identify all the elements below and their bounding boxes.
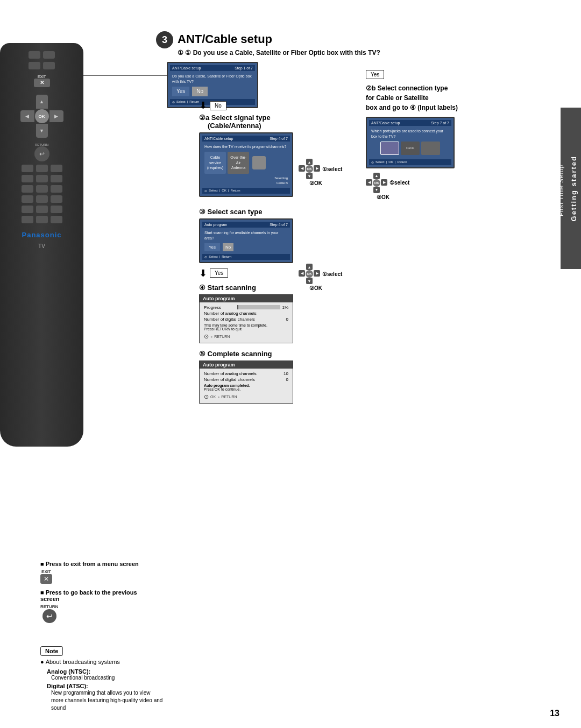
yes-branch: ⬇ Yes	[199, 267, 293, 279]
dpad-ok[interactable]: OK	[35, 109, 49, 123]
btn-h[interactable]	[36, 185, 48, 193]
remote-btn-1[interactable]	[29, 51, 40, 59]
return-button[interactable]: ↩	[34, 146, 49, 161]
input-option-comp	[421, 142, 440, 155]
screen2a-title: ANT/Cable setup	[204, 137, 233, 140]
no-label-box: No	[210, 101, 226, 110]
screen2b-header: ANT/Cable setup Step 7 of 7	[369, 120, 451, 126]
exit-button[interactable]: ✕	[34, 79, 50, 87]
dpad-mini-up-2b: ▲	[373, 173, 380, 179]
note-bullet: ●	[40, 659, 44, 665]
screen2b-footer-sep2: |	[395, 160, 396, 164]
digital-channels-value: 0	[286, 317, 288, 322]
select-row-2b: ▲ ◀ OK ▶ ▼ ①select	[366, 173, 409, 193]
digital-row: Number of digital channels 0	[204, 317, 288, 322]
screen2b-footer-text: Select	[375, 160, 385, 164]
screen3-yes: Yes	[204, 243, 220, 251]
dpad-mini-up-3: ▲	[306, 264, 313, 270]
screen1-yes: Yes	[172, 87, 189, 96]
btn-r[interactable]	[51, 216, 62, 223]
remote-top-row2	[29, 62, 55, 69]
btn-g[interactable]	[22, 185, 33, 193]
btn-e[interactable]	[36, 175, 48, 182]
exit-icon-group: EXIT ✕	[40, 569, 156, 584]
screen3-footer-icon: ⊙	[204, 255, 207, 259]
complete-icons: ⊙ OK ● RETURN	[204, 393, 288, 400]
step-number: 3	[156, 31, 173, 48]
return-arrow-icon: ↩	[42, 609, 56, 623]
exit-indicator: EXIT ✕	[40, 569, 52, 584]
dpad: ▲ ▼ ◀ ▶ OK	[20, 95, 63, 138]
scan-note: This may take some time to complete.	[204, 323, 288, 327]
down-arrow-yes: ⬇	[199, 267, 207, 279]
cable-label: Cable	[406, 146, 415, 150]
btn-m[interactable]	[22, 206, 33, 213]
model-label: TV	[38, 243, 45, 249]
step4-area: ④ Start scanning Auto program Progress 1…	[199, 284, 293, 404]
step4-screen: Auto program Progress 1% Number of analo…	[199, 294, 293, 343]
press-exit-heading: ■ Press to exit from a menu screen	[40, 561, 156, 567]
screen2b-footer-sep: |	[386, 160, 387, 164]
screen2a-note: SelectingCable B	[204, 176, 288, 185]
ok-label-2b: ②OK	[377, 194, 389, 200]
question-content: ① Do you use a Cable, Satellite or Fiber…	[185, 49, 380, 56]
select-label-3: ①select	[322, 271, 342, 277]
exit-icon: ✕	[40, 80, 44, 86]
screen2a-mockup: ANT/Cable setup Step 4 of 7 How does the…	[199, 132, 293, 197]
btn-o[interactable]	[51, 206, 62, 213]
dpad-up[interactable]: ▲	[36, 95, 48, 109]
btn-p[interactable]	[22, 216, 33, 223]
digital-atsc-label: Digital (ATSC):	[47, 683, 164, 689]
screen3-header: Auto program Step 4 of 7	[202, 222, 290, 228]
screen2a-desc: How does the TV receive its programs/cha…	[204, 144, 288, 150]
screen2b-footer-ret: Return	[397, 160, 407, 164]
select-ok-group-3: ▲ ◀ OK ▶ ▼ ①select ②OK	[299, 264, 342, 291]
btn-j[interactable]	[22, 195, 33, 203]
dpad-down[interactable]: ▼	[36, 124, 48, 138]
step3-area: ③ Select scan type Auto program Step 4 o…	[199, 208, 293, 404]
dpad-right[interactable]: ▶	[49, 110, 63, 122]
btn-l[interactable]	[51, 195, 62, 203]
screen1-options: Yes No	[172, 87, 253, 96]
screen2a-footer-text: Select	[209, 189, 218, 192]
btn-c[interactable]	[51, 165, 62, 172]
press-instructions: ■ Press to exit from a menu screen EXIT …	[40, 561, 156, 623]
remote-btn-3[interactable]	[29, 62, 40, 69]
complete-analog-label: Number of analog channels	[204, 371, 257, 376]
btn-b[interactable]	[36, 165, 48, 172]
screen1-footer-sep: |	[187, 100, 188, 103]
step2b-sublabel: for Cable or Satellite	[366, 94, 429, 102]
screen2b-footer: ⊙ Select | OK | Return	[369, 159, 451, 165]
btn-k[interactable]	[36, 195, 48, 203]
screen2a-footer-icon: ⊙	[204, 189, 207, 193]
return-note-icon: ⊙ ● RETURN	[204, 333, 288, 340]
progress-bar-outer	[237, 305, 280, 309]
press-return-note: Press RETURN to quit	[204, 327, 288, 331]
remote-btn-4[interactable]	[43, 62, 55, 69]
dpad-mini-group-2a: ▲ ◀ OK ▶ ▼	[299, 159, 320, 179]
btn-i[interactable]	[51, 185, 62, 193]
dpad-left[interactable]: ◀	[20, 110, 34, 122]
btn-f[interactable]	[51, 175, 62, 182]
digital-atsc-desc: New programming that allows you to view …	[51, 689, 164, 712]
remote-btn-2[interactable]	[43, 51, 55, 59]
btn-n[interactable]	[36, 206, 48, 213]
remote-middle-rows	[5, 165, 78, 223]
screen2a-footer-ret: Return	[230, 189, 240, 192]
step5-label: ⑤ Complete scanning	[199, 350, 293, 358]
screen3-no: No	[223, 243, 233, 251]
row4	[22, 195, 62, 203]
remote-control: EXIT ✕ ▲ ▼ ◀ ▶ OK RETURN ↩	[0, 43, 83, 447]
note-broadcasting-text: About broadcasting systems	[46, 659, 120, 665]
btn-q[interactable]	[36, 216, 48, 223]
screen1-header: ANT/Cable setup Step 1 of 7	[170, 65, 255, 71]
ok-mini-3: OK	[306, 270, 313, 278]
scan-progress-box: Auto program Progress 1% Number of analo…	[199, 294, 293, 343]
screen1-footer-return: Return	[189, 100, 199, 103]
step3-label: ③ Select scan type	[199, 208, 293, 216]
digital-atsc-section: Digital (ATSC): New programming that all…	[47, 683, 164, 712]
btn-d[interactable]	[22, 175, 33, 182]
btn-a[interactable]	[22, 165, 33, 172]
screen3-footer-text: Select	[209, 255, 218, 258]
row3	[22, 185, 62, 193]
